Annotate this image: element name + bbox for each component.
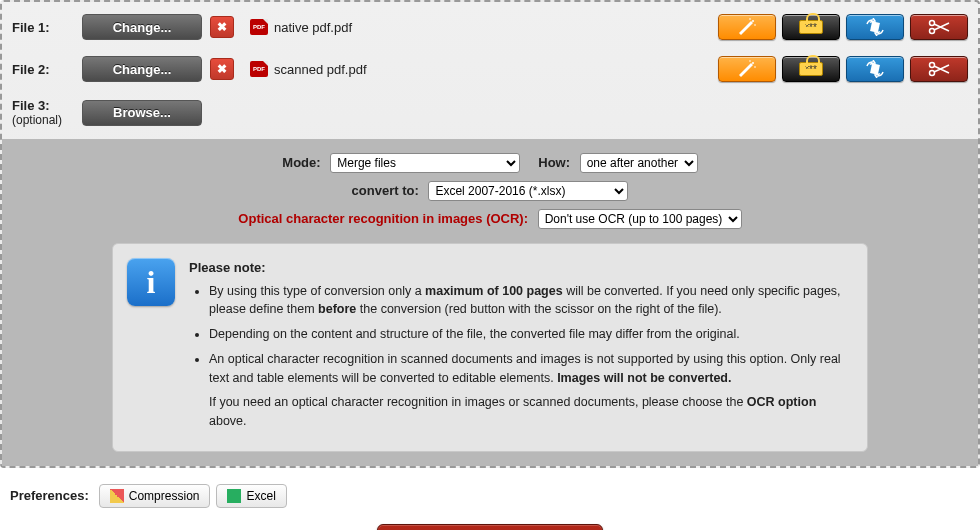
mode-select[interactable]: Merge files — [330, 153, 520, 173]
ocr-row: Optical character recognition in images … — [2, 205, 978, 233]
lock-icon: *** — [799, 20, 823, 34]
how-select[interactable]: one after another — [580, 153, 698, 173]
rotate-button-2[interactable] — [846, 56, 904, 82]
note-content: Please note: By using this type of conve… — [189, 258, 849, 437]
remove-button-2[interactable]: ✖ — [210, 58, 234, 80]
compression-button[interactable]: Compression — [99, 484, 211, 508]
scissor-button-1[interactable] — [910, 14, 968, 40]
rotate-button-1[interactable] — [846, 14, 904, 40]
file1-actions: *** — [718, 14, 968, 40]
upload-panel: File 1: Change... ✖ PDF native pdf.pdf *… — [0, 0, 980, 468]
lock-button-2[interactable]: *** — [782, 56, 840, 82]
svg-point-7 — [754, 66, 756, 68]
svg-point-10 — [930, 63, 935, 68]
remove-button-1[interactable]: ✖ — [210, 16, 234, 38]
file-row-3: File 3: (optional) Browse... — [12, 94, 968, 139]
note-heading: Please note: — [189, 258, 849, 278]
magic-button-1[interactable] — [718, 14, 776, 40]
magic-wand-icon — [736, 18, 758, 36]
optional-text: (optional) — [12, 113, 82, 127]
convert-to-label: convert to: — [352, 183, 419, 198]
note-bullet-3: An optical character recognition in scan… — [209, 350, 849, 431]
convert-to-select[interactable]: Excel 2007-2016 (*.xlsx) — [428, 181, 628, 201]
rotate-icon — [864, 60, 886, 78]
file2-label: File 2: — [12, 62, 82, 77]
ocr-select[interactable]: Don't use OCR (up to 100 pages) — [538, 209, 742, 229]
info-icon: i — [127, 258, 175, 306]
svg-point-4 — [930, 21, 935, 26]
file1-label: File 1: — [12, 20, 82, 35]
preferences-row: Preferences: Compression Excel — [0, 468, 980, 514]
convert-row: Convert Reset — [0, 514, 980, 530]
note-bullet-1: By using this type of conversion only a … — [209, 282, 849, 320]
options-area: Mode: Merge files How: one after another… — [2, 139, 978, 466]
filename-2: scanned pdf.pdf — [274, 62, 367, 77]
mode-row: Mode: Merge files How: one after another — [2, 149, 978, 177]
file-row-2: File 2: Change... ✖ PDF scanned pdf.pdf … — [12, 52, 968, 94]
svg-point-6 — [752, 62, 754, 64]
preferences-label: Preferences: — [10, 488, 89, 503]
browse-button-3[interactable]: Browse... — [82, 100, 202, 126]
mode-label: Mode: — [282, 155, 320, 170]
magic-button-2[interactable] — [718, 56, 776, 82]
file2-actions: *** — [718, 56, 968, 82]
scissor-icon — [927, 61, 951, 77]
compression-icon — [110, 489, 124, 503]
close-icon: ✖ — [217, 62, 227, 76]
excel-button[interactable]: Excel — [216, 484, 286, 508]
svg-point-5 — [930, 29, 935, 34]
rotate-icon — [864, 18, 886, 36]
svg-point-2 — [749, 18, 751, 20]
ocr-label: Optical character recognition in images … — [238, 211, 528, 226]
convert-button[interactable]: Convert — [377, 524, 602, 530]
file3-label: File 3: (optional) — [12, 98, 82, 127]
filename-1: native pdf.pdf — [274, 20, 352, 35]
pdf-icon: PDF — [250, 61, 268, 77]
svg-point-0 — [752, 20, 754, 22]
svg-point-11 — [930, 71, 935, 76]
note-bullet-2: Depending on the content and structure o… — [209, 325, 849, 344]
magic-wand-icon — [736, 60, 758, 78]
change-button-1[interactable]: Change... — [82, 14, 202, 40]
scissor-icon — [927, 19, 951, 35]
lock-icon: *** — [799, 62, 823, 76]
svg-point-8 — [749, 60, 751, 62]
note-paragraph: If you need an optical character recogni… — [209, 393, 849, 431]
svg-rect-9 — [870, 63, 880, 74]
close-icon: ✖ — [217, 20, 227, 34]
excel-icon — [227, 489, 241, 503]
svg-point-1 — [754, 24, 756, 26]
how-label: How: — [538, 155, 570, 170]
lock-button-1[interactable]: *** — [782, 14, 840, 40]
note-box: i Please note: By using this type of con… — [112, 243, 868, 452]
file-row-1: File 1: Change... ✖ PDF native pdf.pdf *… — [12, 10, 968, 52]
change-button-2[interactable]: Change... — [82, 56, 202, 82]
convert-row: convert to: Excel 2007-2016 (*.xlsx) — [2, 177, 978, 205]
pdf-icon: PDF — [250, 19, 268, 35]
scissor-button-2[interactable] — [910, 56, 968, 82]
svg-rect-3 — [870, 21, 880, 32]
